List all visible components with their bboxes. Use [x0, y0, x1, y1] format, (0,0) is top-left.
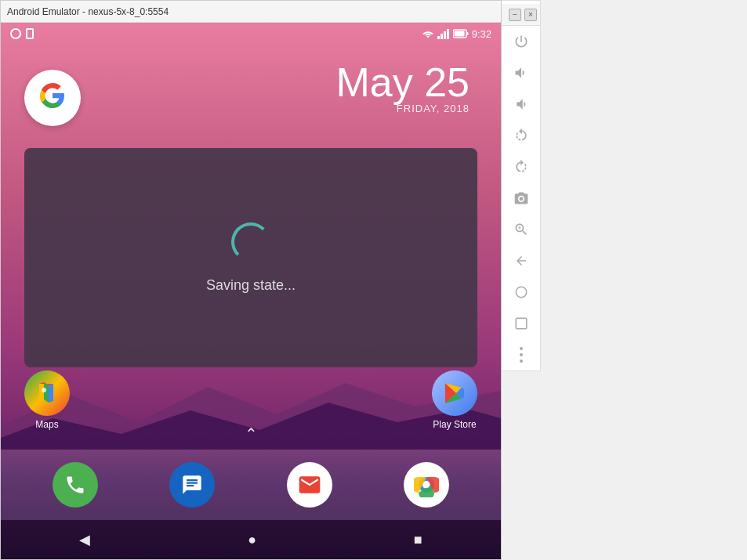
svg-rect-5 — [466, 32, 468, 35]
play-store-app-icon[interactable]: Play Store — [432, 370, 477, 430]
gmail-svg-icon — [297, 472, 322, 497]
sd-card-icon — [26, 28, 34, 39]
close-button[interactable]: × — [524, 9, 537, 21]
app-drawer-arrow[interactable]: ⌃ — [245, 425, 258, 443]
screenshot-button[interactable] — [507, 184, 535, 212]
svg-rect-1 — [441, 34, 443, 39]
messages-dock-icon[interactable] — [169, 462, 215, 508]
rotate-left-button[interactable] — [507, 121, 535, 150]
svg-point-10 — [423, 482, 430, 488]
svg-rect-3 — [447, 29, 449, 39]
overview-control-button[interactable] — [507, 309, 535, 338]
phone-dock-icon[interactable] — [53, 462, 98, 508]
play-store-label: Play Store — [433, 419, 476, 430]
wifi-icon — [422, 29, 434, 38]
svg-rect-6 — [454, 31, 464, 37]
time-display: 9:32 — [472, 28, 491, 40]
title-bar: Android Emulator - nexus-5x-8_0:5554 — [1, 1, 501, 23]
status-bar: 9:32 — [1, 23, 501, 45]
navigation-bar: ◀ ● ■ — [1, 520, 501, 559]
maps-svg-icon — [33, 379, 61, 407]
power-button[interactable] — [507, 27, 535, 56]
google-g-icon — [40, 83, 65, 114]
svg-point-15 — [520, 359, 523, 363]
more-control-button[interactable] — [507, 341, 535, 369]
volume-down-button[interactable] — [507, 90, 535, 118]
app-icons-row: Maps Play Store — [24, 370, 477, 430]
chrome-dock-icon[interactable] — [404, 462, 449, 508]
sidebar-controls-panel: − × — [502, 0, 541, 371]
volume-up-button[interactable] — [507, 59, 535, 87]
zoom-button[interactable] — [507, 215, 535, 244]
date-text: May 25 — [335, 62, 470, 103]
back-control-button[interactable] — [507, 247, 535, 275]
play-store-svg-icon — [441, 379, 469, 407]
svg-rect-12 — [516, 318, 527, 329]
sidebar-header: − × — [502, 4, 540, 26]
circle-status-icon — [10, 28, 21, 39]
svg-rect-2 — [444, 31, 446, 39]
google-search-button[interactable] — [24, 70, 81, 126]
window-title: Android Emulator - nexus-5x-8_0:5554 — [7, 6, 169, 17]
rotate-right-button[interactable] — [507, 153, 535, 181]
svg-point-13 — [520, 347, 523, 350]
svg-point-14 — [520, 353, 523, 356]
maps-icon-circle[interactable] — [24, 370, 70, 416]
status-left-icons — [10, 28, 34, 39]
date-display: May 25 FRIDAY, 2018 — [335, 62, 470, 114]
saving-overlay: Saving state... — [24, 148, 477, 367]
phone-screen[interactable]: 9:32 May 25 FRIDAY, 2018 — [1, 23, 501, 559]
messages-svg-icon — [181, 474, 203, 496]
emulator-window: Android Emulator - nexus-5x-8_0:5554 — [0, 0, 502, 560]
battery-icon — [453, 29, 469, 38]
dock — [1, 450, 501, 520]
loading-spinner — [231, 222, 270, 262]
home-control-button[interactable] — [507, 278, 535, 306]
home-nav-button[interactable]: ● — [248, 532, 256, 548]
maps-app-icon[interactable]: Maps — [24, 370, 70, 430]
phone-svg-icon — [64, 474, 86, 496]
chrome-svg-icon — [414, 472, 439, 497]
recent-nav-button[interactable]: ■ — [414, 532, 422, 548]
day-text: FRIDAY, 2018 — [335, 103, 470, 114]
status-right-icons: 9:32 — [422, 28, 491, 40]
play-store-icon-circle[interactable] — [432, 370, 477, 416]
gmail-dock-icon[interactable] — [287, 462, 332, 508]
minimize-button[interactable]: − — [509, 9, 521, 21]
svg-point-7 — [42, 388, 46, 392]
saving-text: Saving state... — [206, 277, 296, 294]
arrow-up-icon: ⌃ — [245, 425, 258, 443]
svg-rect-0 — [437, 36, 440, 39]
back-nav-button[interactable]: ◀ — [79, 531, 90, 548]
signal-icon — [437, 28, 450, 39]
maps-label: Maps — [35, 419, 58, 430]
svg-point-11 — [516, 287, 527, 298]
